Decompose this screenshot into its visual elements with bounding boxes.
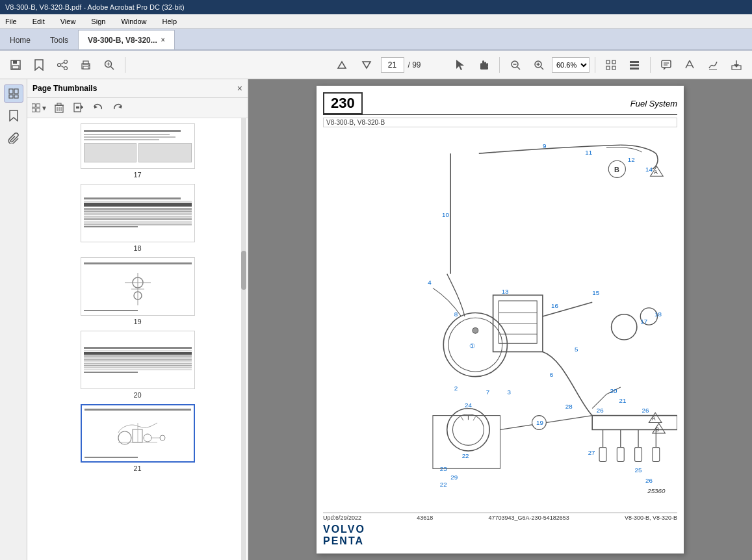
toolbar-sep-2: [499, 57, 500, 73]
thumbnails-close-button[interactable]: ×: [237, 83, 242, 94]
pdf-page: 230 Fuel System V8-300-B, V8-320-B .part…: [317, 86, 684, 554]
menu-sign[interactable]: Sign: [88, 16, 108, 27]
menu-window[interactable]: Window: [118, 16, 149, 27]
select-tool-button[interactable]: [450, 55, 471, 75]
sidebar-icons: [0, 79, 27, 560]
sign-button[interactable]: [703, 55, 723, 75]
svg-marker-54: [10, 110, 18, 121]
nav-down-button[interactable]: [356, 55, 376, 75]
page-number-box: 230: [323, 92, 363, 114]
thumbnails-scrollbar[interactable]: [241, 118, 246, 560]
zoom-out-button[interactable]: [505, 55, 526, 75]
nav-up-button[interactable]: [331, 55, 352, 75]
svg-line-7: [60, 62, 64, 64]
svg-line-130: [473, 417, 475, 420]
menu-view[interactable]: View: [58, 16, 79, 27]
zoom-in-button[interactable]: [528, 55, 549, 75]
svg-rect-57: [32, 108, 35, 112]
svg-rect-52: [9, 95, 13, 98]
svg-rect-50: [9, 89, 13, 94]
svg-text:3: 3: [507, 388, 511, 396]
svg-text:21: 21: [619, 397, 627, 404]
menu-edit[interactable]: Edit: [30, 16, 47, 27]
section-title: Fuel System: [630, 99, 677, 108]
svg-text:12: 12: [628, 156, 635, 163]
toolbar-sep-3: [595, 57, 595, 73]
thumbnails-toolbar: ▼: [27, 98, 248, 118]
svg-point-94: [443, 313, 507, 377]
svg-rect-55: [32, 104, 35, 107]
hand-tool-button[interactable]: [473, 55, 494, 75]
svg-text:7: 7: [486, 388, 489, 396]
thumbnail-page-21[interactable]: 21: [81, 404, 195, 472]
title-bar: V8-300-B, V8-320-B.pdf - Adobe Acrobat P…: [0, 0, 752, 14]
thumbnail-label-18: 18: [133, 244, 141, 252]
zoom-select[interactable]: 60.6% 50% 75% 100% 125% 150%: [552, 57, 590, 73]
svg-rect-119: [635, 448, 642, 462]
menu-file[interactable]: File: [3, 16, 19, 27]
svg-rect-34: [606, 66, 610, 70]
thumbnail-page-17[interactable]: 17: [81, 123, 195, 179]
thumb-delete-button[interactable]: [51, 101, 68, 115]
tab-home[interactable]: Home: [0, 30, 40, 49]
svg-rect-2: [12, 66, 19, 69]
tab-document[interactable]: V8-300-B, V8-320... ×: [78, 30, 175, 49]
highlight-button[interactable]: [679, 55, 700, 75]
svg-text:23: 23: [440, 465, 447, 472]
thumbnail-page-18[interactable]: 18: [81, 184, 195, 252]
svg-text:4: 4: [428, 279, 432, 286]
svg-rect-120: [653, 448, 660, 462]
svg-text:27: 27: [588, 449, 595, 456]
page-number-input[interactable]: 21: [380, 57, 404, 73]
svg-text:17: 17: [640, 318, 647, 325]
sidebar-icon-bookmarks[interactable]: [4, 107, 23, 125]
sidebar-icon-pages[interactable]: [4, 84, 23, 103]
thumbnail-label-17: 17: [133, 171, 141, 179]
svg-text:A: A: [654, 169, 658, 175]
pdf-content-area: 230 Fuel System V8-300-B, V8-320-B .part…: [248, 79, 752, 560]
thumb-redo-button[interactable]: [109, 101, 126, 115]
save-button[interactable]: [5, 55, 26, 75]
comment-button[interactable]: [656, 55, 677, 75]
svg-rect-35: [612, 66, 616, 70]
svg-rect-21: [484, 62, 486, 67]
svg-rect-32: [606, 60, 610, 64]
svg-text:11: 11: [585, 149, 592, 156]
svg-text:26: 26: [642, 407, 649, 414]
footer-update-date: Upd:6/29/2022: [323, 515, 361, 521]
svg-rect-101: [499, 301, 537, 343]
svg-text:2: 2: [454, 385, 458, 392]
fit-page-button[interactable]: [601, 55, 621, 75]
svg-line-129: [461, 417, 463, 420]
svg-rect-53: [14, 95, 18, 98]
thumb-extract-button[interactable]: [70, 101, 87, 115]
bookmark-button[interactable]: [29, 55, 49, 75]
svg-rect-38: [630, 68, 639, 70]
svg-rect-36: [630, 61, 639, 63]
sidebar-icon-attachments[interactable]: [4, 129, 23, 147]
share-button[interactable]: [52, 55, 73, 75]
scrollbar-thumb[interactable]: [241, 251, 246, 290]
page-header: 230 Fuel System: [323, 92, 677, 115]
tab-close-button[interactable]: ×: [161, 36, 165, 44]
svg-rect-51: [14, 89, 18, 94]
svg-rect-69: [76, 107, 79, 108]
menu-help[interactable]: Help: [160, 16, 180, 27]
thumbnail-page-20[interactable]: 20: [81, 331, 195, 399]
export-button[interactable]: [726, 55, 747, 75]
thumb-undo-button[interactable]: [90, 101, 107, 115]
thumbnail-img-20: [81, 331, 195, 389]
svg-line-26: [517, 67, 520, 70]
search-enhance-button[interactable]: [99, 55, 120, 75]
svg-text:①: ①: [469, 342, 475, 350]
svg-point-108: [612, 314, 637, 340]
tab-tools[interactable]: Tools: [40, 30, 78, 49]
scroll-mode-button[interactable]: [624, 55, 645, 75]
svg-rect-1: [13, 60, 17, 64]
thumb-layout-button[interactable]: ▼: [31, 101, 48, 115]
svg-point-82: [144, 434, 151, 442]
print-button[interactable]: [75, 55, 96, 75]
svg-line-8: [60, 65, 64, 67]
volvo-logo-text: VOLVO: [323, 524, 365, 535]
thumbnail-page-19[interactable]: 19: [81, 257, 195, 325]
